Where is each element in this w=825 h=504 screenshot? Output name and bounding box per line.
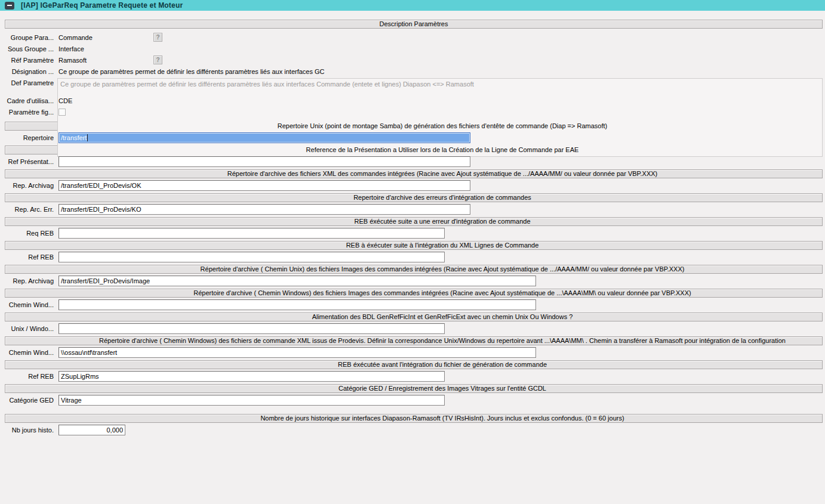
window-titlebar: [IAP] IGeParReq Parametre Requete et Mot… [0, 0, 825, 11]
section-header: Alimentation des BDL GenRefFicInt et Gen… [5, 313, 823, 321]
categorie-ged-input[interactable] [59, 395, 445, 406]
repertoire-input[interactable]: /transfert [59, 132, 470, 143]
field-row: Rep. Archivag [5, 180, 823, 191]
window-title: [IAP] IGeParReq Parametre Requete et Mot… [21, 1, 183, 10]
field-label: Repertoire [5, 134, 54, 141]
text-caret [87, 134, 88, 141]
description-fields: Groupe Para... Commande ? Sous Groupe ..… [5, 32, 823, 118]
field-label: Réf Paramètre [5, 57, 54, 64]
rep-archivage-input[interactable] [59, 180, 470, 191]
rep-archivage-image-input[interactable] [59, 276, 536, 286]
section-header: Répertoire d'archive ( Chemin Windows) d… [5, 289, 823, 298]
field-label: Cadre d'utilisa... [5, 97, 54, 104]
param-section-ref-reb-integration: REB à éxécuter suite à l'intégration du … [5, 241, 823, 262]
req-reb-input[interactable] [59, 228, 445, 239]
param-section-unix-windows: Alimentation des BDL GenRefFicInt et Gen… [5, 313, 823, 334]
parameter-sections: Repertoire Unix (point de montage Samba)… [5, 122, 823, 435]
help-button[interactable]: ? [153, 55, 162, 64]
help-button[interactable]: ? [153, 33, 162, 42]
section-header: Répertoire d'archive ( Chemin Windows) d… [5, 336, 823, 345]
app-window: [IAP] IGeParReq Parametre Requete et Mot… [0, 0, 825, 504]
groupe-value: Commande [59, 34, 93, 41]
section-header: Répertoire d'archive des fichiers XML de… [5, 169, 823, 178]
ref-presentation-input[interactable] [59, 156, 470, 167]
field-label: Rep. Archivag [5, 277, 54, 285]
param-section-chemin-windows-prodevis: Répertoire d'archive ( Chemin Windows) d… [5, 336, 823, 358]
field-row: Ref REB [5, 252, 823, 262]
field-label: Catégorie GED [5, 397, 54, 404]
nb-jours-histo-input[interactable] [59, 425, 125, 435]
field-row: Catégorie GED [5, 395, 823, 406]
param-section-reb-avant-integration: REB éxécutée avant l'intégration du fich… [5, 360, 823, 382]
rep-arc-err-input[interactable] [59, 204, 470, 215]
field-row-designation: Désignation ... Ce groupe de paramètres … [5, 66, 823, 77]
section-header: REB éxécutée suite a une erreur d'intégr… [5, 217, 823, 226]
field-row: Chemin Wind... [5, 299, 823, 310]
field-row: Chemin Wind... [5, 347, 823, 358]
field-label: Req REB [5, 230, 54, 237]
chemin-windows-prodevis-input[interactable] [59, 347, 536, 358]
window-menu-icon[interactable] [5, 2, 14, 10]
field-label: Paramètre fig... [5, 109, 54, 116]
param-section-req-reb-erreur: REB éxécutée suite a une erreur d'intégr… [5, 217, 823, 239]
field-row: Repertoire /transfert [5, 132, 823, 143]
field-row-cadre: Cadre d'utilisa... CDE [5, 95, 823, 106]
ref-parametre-value: Ramasoft [59, 57, 87, 64]
param-section-rep-archivage-images-unix: Répertoire d'archive ( Chemin Unix) des … [5, 265, 823, 286]
section-header: REB à éxécuter suite à l'intégration du … [5, 241, 823, 250]
field-label: Chemin Wind... [5, 349, 54, 356]
unix-windows-input[interactable] [59, 323, 445, 334]
field-row: Nb jours histo. [5, 425, 823, 435]
param-section-rep-archivage-xml: Répertoire d'archive des fichiers XML de… [5, 169, 823, 191]
field-label: Désignation ... [5, 68, 54, 75]
field-label: Nb jours histo. [5, 426, 54, 434]
field-label: Unix / Windo... [5, 325, 54, 332]
field-row: Rep. Archivag [5, 276, 823, 286]
cadre-value: CDE [59, 97, 72, 104]
field-row-groupe: Groupe Para... Commande ? [5, 32, 823, 43]
field-label: Chemin Wind... [5, 301, 54, 308]
section-header: Repertoire d'archive des erreurs d'intég… [5, 193, 823, 202]
section-header-description: Description Paramètres [5, 20, 823, 29]
form-area: Description Paramètres Groupe Para... Co… [0, 11, 825, 435]
field-row: Req REB [5, 228, 823, 239]
ref-reb-input[interactable] [59, 252, 445, 262]
field-row-ref-parametre: Réf Paramètre Ramasoft ? [5, 54, 823, 66]
field-row: Rep. Arc. Err. [5, 204, 823, 215]
section-header: Répertoire d'archive ( Chemin Unix) des … [5, 265, 823, 274]
section-header: REB éxécutée avant l'intégration du fich… [5, 360, 823, 369]
param-section-rep-arc-erreurs: Repertoire d'archive des erreurs d'intég… [5, 193, 823, 215]
param-section-nb-jours-histo: Nombre de jours historique sur interface… [5, 414, 823, 435]
field-label: Rep. Archivag [5, 182, 54, 189]
field-row-def-parametre: Def Parametre Ce groupe de paramètres pe… [5, 78, 823, 89]
field-row-parametre-fige: Paramètre fig... [5, 106, 823, 118]
param-section-categorie-ged: Catégorie GED / Enregistrement des Image… [5, 384, 823, 406]
param-section-chemin-windows-images: Répertoire d'archive ( Chemin Windows) d… [5, 289, 823, 310]
sous-groupe-value: Interface [59, 45, 84, 52]
ref-reb-avant-input[interactable] [59, 371, 445, 382]
field-row: Ref Présentat... [5, 156, 823, 167]
def-parametre-textarea[interactable]: Ce groupe de paramètres permet de défini… [57, 78, 823, 157]
field-row: Unix / Windo... [5, 323, 823, 334]
chemin-windows-images-input[interactable] [59, 299, 536, 310]
selected-text: /transfert [61, 134, 87, 141]
parametre-fige-checkbox[interactable] [59, 109, 66, 116]
field-label: Rep. Arc. Err. [5, 206, 54, 213]
designation-value: Ce groupe de paramètres permet de défini… [59, 68, 325, 75]
field-label: Sous Groupe ... [5, 45, 54, 52]
field-row: Ref REB [5, 371, 823, 382]
field-row-sous-groupe: Sous Groupe ... Interface [5, 43, 823, 54]
section-header: Nombre de jours historique sur interface… [5, 414, 823, 423]
field-label: Groupe Para... [5, 34, 54, 41]
field-label: Ref Présentat... [5, 158, 54, 165]
field-label: Ref REB [5, 373, 54, 380]
field-label: Def Parametre [5, 78, 54, 86]
section-header: Catégorie GED / Enregistrement des Image… [5, 384, 823, 393]
field-label: Ref REB [5, 253, 54, 261]
